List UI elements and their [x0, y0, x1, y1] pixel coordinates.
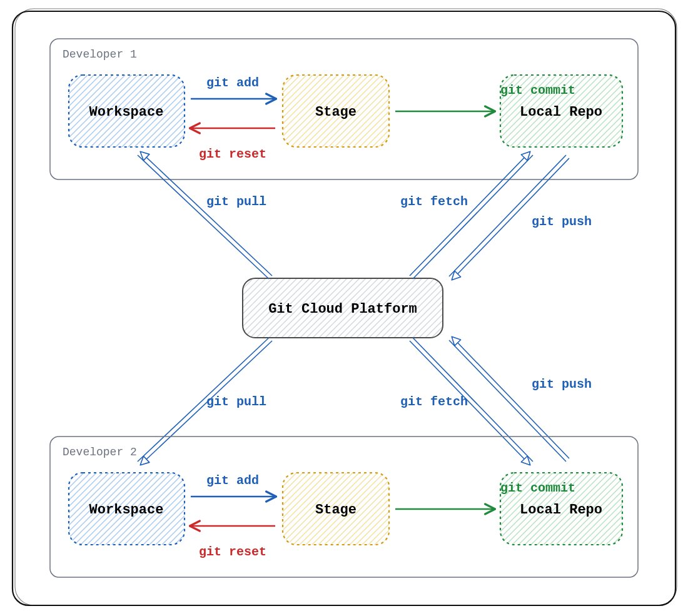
label-git-add-1: git add	[206, 76, 259, 90]
label-git-commit-1: git commit	[500, 83, 575, 98]
label-git-reset-2: git reset	[199, 545, 266, 559]
developer-2-group: Developer 2 Workspace Stage Local Repo g…	[50, 437, 638, 577]
label-git-pull-2: git pull	[206, 395, 266, 409]
svg-line-15	[141, 152, 272, 276]
label-git-commit-2: git commit	[500, 481, 575, 495]
local-repo-1-label: Local Repo	[520, 104, 602, 120]
stage-1-label: Stage	[315, 104, 357, 120]
workspace-1-label: Workspace	[89, 104, 164, 120]
cloud-platform: Git Cloud Platform	[243, 278, 443, 338]
label-git-reset-1: git reset	[199, 147, 266, 161]
stage-2-label: Stage	[315, 502, 357, 518]
cloud-label: Git Cloud Platform	[268, 301, 417, 317]
svg-line-17	[410, 152, 530, 276]
git-workflow-diagram: Developer 1 Workspace Stage Local Repo g…	[0, 0, 688, 616]
stage-1: Stage	[283, 75, 389, 147]
workspace-1: Workspace	[69, 75, 185, 147]
label-git-fetch-1: git fetch	[400, 194, 468, 209]
developer-1-label: Developer 1	[63, 48, 137, 61]
label-git-push-1: git push	[532, 215, 592, 229]
label-git-push-2: git push	[532, 377, 592, 391]
label-git-pull-1: git pull	[206, 194, 266, 209]
developer-2-label: Developer 2	[63, 446, 137, 458]
workspace-2: Workspace	[69, 473, 185, 545]
arrow-git-pull-1	[138, 152, 272, 279]
label-git-add-2: git add	[206, 473, 259, 488]
svg-line-14	[138, 155, 269, 279]
workspace-2-label: Workspace	[89, 502, 164, 518]
stage-2: Stage	[283, 473, 389, 545]
local-repo-2-label: Local Repo	[520, 502, 602, 518]
label-git-fetch-2: git fetch	[400, 395, 468, 409]
svg-line-16	[413, 155, 533, 279]
svg-line-25	[452, 337, 569, 458]
developer-1-group: Developer 1 Workspace Stage Local Repo g…	[50, 39, 638, 179]
